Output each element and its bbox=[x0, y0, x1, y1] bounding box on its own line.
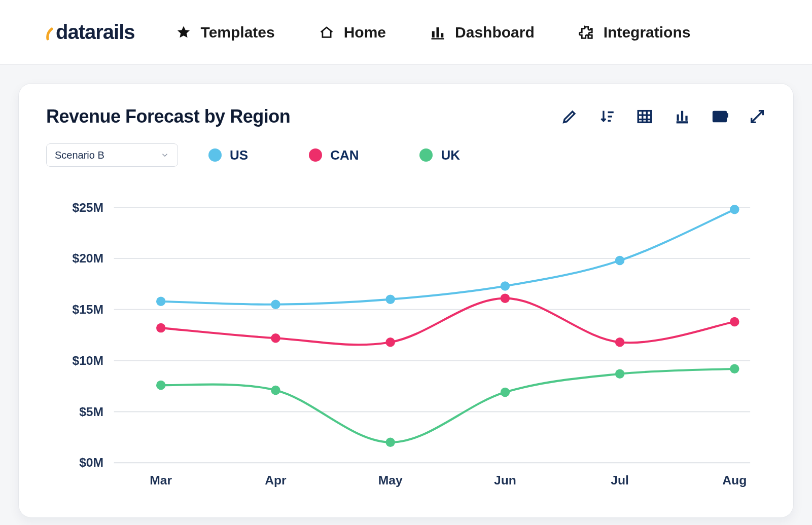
chart-icon bbox=[674, 108, 691, 125]
legend-dot-icon bbox=[208, 148, 222, 162]
chart-area: $0M$5M$10M$15M$20M$25MMarAprMayJunJulAug bbox=[46, 202, 766, 494]
sort-button[interactable] bbox=[598, 108, 616, 125]
nav-label: Integrations bbox=[604, 24, 691, 41]
svg-point-26 bbox=[271, 386, 280, 395]
pdf-icon: PDF bbox=[711, 108, 728, 125]
chart-controls: Scenario B US CAN UK bbox=[46, 143, 766, 167]
svg-point-27 bbox=[385, 438, 395, 447]
nav-dashboard[interactable]: Dashboard bbox=[430, 24, 535, 41]
svg-point-28 bbox=[501, 388, 510, 397]
svg-point-39 bbox=[385, 294, 395, 304]
svg-text:$10M: $10M bbox=[72, 354, 103, 367]
svg-text:$0M: $0M bbox=[79, 456, 103, 469]
svg-point-37 bbox=[156, 296, 166, 306]
svg-rect-1 bbox=[437, 27, 439, 38]
svg-rect-0 bbox=[432, 31, 435, 38]
brand-logo: datarails bbox=[46, 21, 135, 44]
svg-rect-4 bbox=[638, 111, 651, 123]
sort-icon bbox=[598, 108, 616, 125]
svg-point-25 bbox=[156, 381, 166, 390]
legend-uk[interactable]: UK bbox=[419, 147, 460, 163]
bars-icon bbox=[430, 24, 446, 41]
star-icon bbox=[175, 24, 192, 41]
legend-label: UK bbox=[441, 147, 460, 163]
expand-button[interactable] bbox=[749, 108, 766, 125]
svg-text:Jun: Jun bbox=[494, 473, 516, 487]
legend-label: US bbox=[230, 147, 248, 163]
table-button[interactable] bbox=[636, 108, 653, 125]
svg-point-35 bbox=[615, 338, 625, 347]
svg-text:Mar: Mar bbox=[150, 473, 172, 487]
svg-point-31 bbox=[156, 323, 166, 333]
svg-rect-2 bbox=[441, 33, 443, 38]
legend-can[interactable]: CAN bbox=[309, 147, 359, 163]
svg-point-41 bbox=[615, 256, 625, 266]
svg-point-34 bbox=[501, 293, 510, 303]
nav-items: Templates Home Dashboard Integrations bbox=[175, 24, 691, 41]
svg-point-30 bbox=[730, 364, 739, 373]
card-header: Revenue Forecast by Region PDF bbox=[46, 106, 766, 127]
chevron-down-icon bbox=[160, 151, 169, 160]
svg-rect-3 bbox=[432, 38, 444, 40]
table-icon bbox=[636, 108, 653, 125]
puzzle-icon bbox=[578, 24, 594, 41]
nav-label: Home bbox=[344, 24, 386, 41]
card-tools: PDF bbox=[561, 108, 766, 125]
home-icon bbox=[319, 24, 335, 41]
nav-home[interactable]: Home bbox=[319, 24, 386, 41]
svg-text:$25M: $25M bbox=[72, 202, 103, 214]
svg-point-40 bbox=[501, 281, 510, 291]
svg-text:$15M: $15M bbox=[72, 303, 103, 316]
legend-us[interactable]: US bbox=[208, 147, 248, 163]
svg-point-32 bbox=[271, 333, 280, 343]
nav-label: Templates bbox=[201, 24, 275, 41]
export-pdf-button[interactable]: PDF bbox=[711, 108, 728, 125]
pencil-icon bbox=[561, 108, 578, 125]
nav-label: Dashboard bbox=[455, 24, 535, 41]
card-title: Revenue Forecast by Region bbox=[46, 106, 290, 127]
revenue-line-chart: $0M$5M$10M$15M$20M$25MMarAprMayJunJulAug bbox=[46, 202, 766, 494]
brand-name: datarails bbox=[56, 21, 135, 44]
legend-label: CAN bbox=[330, 147, 359, 163]
svg-text:$20M: $20M bbox=[72, 251, 103, 265]
chart-card: Revenue Forecast by Region PDF Scen bbox=[18, 83, 794, 518]
logo-accent-icon bbox=[46, 24, 56, 41]
svg-point-36 bbox=[730, 317, 739, 327]
legend-dot-icon bbox=[419, 148, 433, 162]
svg-text:May: May bbox=[378, 473, 403, 487]
svg-point-29 bbox=[615, 369, 625, 379]
legend-dot-icon bbox=[309, 148, 322, 162]
chart-button[interactable] bbox=[674, 108, 691, 125]
nav-integrations[interactable]: Integrations bbox=[578, 24, 691, 41]
svg-point-33 bbox=[385, 338, 395, 347]
scenario-select[interactable]: Scenario B bbox=[46, 143, 178, 167]
svg-point-38 bbox=[271, 299, 280, 309]
svg-text:Apr: Apr bbox=[265, 473, 287, 487]
top-nav: datarails Templates Home Dashboard Integ… bbox=[0, 0, 812, 65]
svg-text:$5M: $5M bbox=[79, 405, 103, 419]
scenario-selected-label: Scenario B bbox=[55, 149, 104, 161]
svg-text:PDF: PDF bbox=[715, 113, 728, 120]
edit-button[interactable] bbox=[561, 108, 578, 125]
svg-point-42 bbox=[730, 205, 739, 214]
chart-legend: US CAN UK bbox=[208, 147, 460, 163]
expand-icon bbox=[749, 108, 766, 125]
svg-text:Aug: Aug bbox=[722, 473, 747, 487]
svg-text:Jul: Jul bbox=[611, 473, 629, 487]
nav-templates[interactable]: Templates bbox=[175, 24, 275, 41]
